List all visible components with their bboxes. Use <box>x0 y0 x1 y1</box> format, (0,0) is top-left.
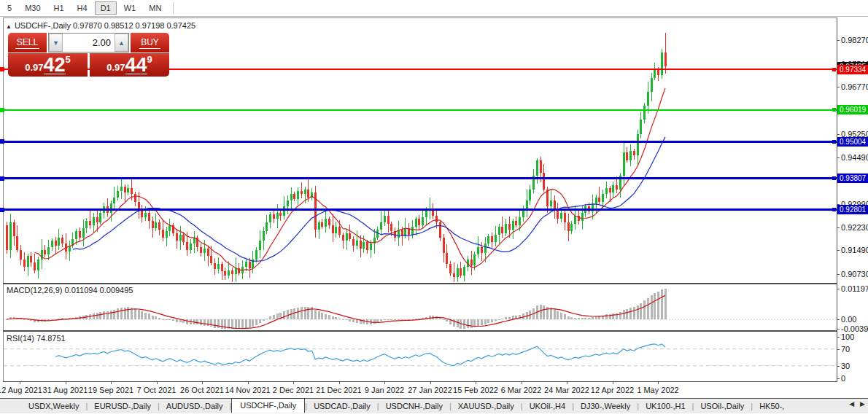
buy-button[interactable]: BUY <box>131 33 169 52</box>
chart-tab-EURUSD-Daily[interactable]: EURUSD-,Daily <box>88 400 158 412</box>
date-tick-mark <box>111 382 112 384</box>
object-anchor-icon: ▲ <box>6 23 12 30</box>
price-badge-0.93807: 0.93807 <box>837 174 868 183</box>
horizontal-line-object <box>4 109 837 111</box>
price-tick-mark <box>837 134 840 135</box>
date-tick-mark <box>202 382 203 384</box>
macd-indicator-label: MACD(12,26,9) 0.011094 0.009495 <box>7 286 133 295</box>
chart-symbol-label: USDCHF-,Daily <box>15 21 71 30</box>
rsi-tick-mark <box>837 378 840 379</box>
badge-handle <box>832 140 836 144</box>
date-tick-mark <box>567 382 567 384</box>
rsi-tick-label: 100 <box>841 332 854 341</box>
tab-scroll-arrows: ◀ ▶ <box>849 400 865 408</box>
chart-tab-XAUUSD-Daily[interactable]: XAUUSD-,Daily <box>452 400 521 412</box>
date-tick-mark <box>658 382 659 384</box>
chart-tab-USDX-Weekly[interactable]: USDX,Weekly <box>22 400 85 412</box>
price-tick-label: 0.98270 <box>841 36 868 44</box>
chart-tab-USDCNH-Daily[interactable]: USDCNH-,Daily <box>379 400 449 412</box>
chart-tab-UK100-H1[interactable]: UK100-,H1 <box>639 400 691 412</box>
price-tick-mark <box>837 40 840 41</box>
chart-tab-DJ30-Weekly[interactable]: DJ30-,Weekly <box>574 400 637 412</box>
macd-signal-line <box>7 295 666 328</box>
chart-title: ▲USDCHF-,Daily 0.97870 0.98512 0.97198 0… <box>6 21 195 30</box>
bid-pip-digit: 5 <box>66 54 71 65</box>
badge-handle <box>832 68 836 71</box>
chart-tab-USDCAD-Daily[interactable]: USDCAD-,Daily <box>307 400 377 412</box>
line-edge-marker <box>0 108 4 112</box>
bid-price-box[interactable]: 0.97425 <box>8 53 88 77</box>
date-label: 26 Oct 2021 <box>180 386 224 394</box>
date-tick-mark <box>613 382 613 384</box>
tab-scroll-left-icon[interactable]: ◀ <box>849 400 854 408</box>
badge-handle <box>832 208 836 211</box>
date-tick-mark <box>339 382 340 384</box>
macd-tick-label: 0.00 <box>841 315 856 324</box>
rsi-tick-mark <box>837 337 840 338</box>
date-tick-mark <box>248 382 249 384</box>
date-tick-mark <box>20 382 20 384</box>
date-tick-mark <box>522 382 522 384</box>
rsi-tick-label: 0 <box>841 374 845 383</box>
date-tick-mark <box>66 382 66 384</box>
rsi-tick-mark <box>837 349 840 350</box>
date-label: 15 Feb 2022 <box>453 386 498 394</box>
price-badge-0.95004: 0.95004 <box>837 137 868 147</box>
chart-tab-USOil-Daily[interactable]: USOil-,Daily <box>694 400 751 412</box>
date-label: 9 Jan 2022 <box>365 386 404 394</box>
volume-increase-button[interactable]: ▲ <box>115 34 128 52</box>
price-tick-mark <box>837 157 840 158</box>
date-label: 7 Oct 2021 <box>137 386 177 394</box>
price-tick-label: 0.94490 <box>841 153 868 162</box>
macd-tick-mark <box>837 289 840 289</box>
price-badge-0.96019: 0.96019 <box>837 105 868 114</box>
bid-prefix: 0.97 <box>25 62 43 73</box>
date-label: 21 Dec 2021 <box>316 386 361 394</box>
bid-big-digits: 42 <box>44 56 66 74</box>
line-edge-marker <box>0 176 4 181</box>
price-badge-0.97334: 0.97334 <box>837 65 868 74</box>
macd-histogram <box>6 289 667 329</box>
date-label: 1 May 2022 <box>637 386 678 394</box>
price-tick-mark <box>837 227 840 228</box>
rsi-tick-label: 30 <box>841 362 850 370</box>
rsi-tick-label: 70 <box>841 345 850 354</box>
volume-stepper: ▼ 2.00 ▲ <box>48 33 129 52</box>
date-tick-mark <box>384 382 385 384</box>
date-label: 31 Aug 2021 <box>43 386 88 394</box>
rsi-tick-mark <box>837 366 840 367</box>
rsi-indicator-label: RSI(14) 74.8751 <box>7 334 66 343</box>
badge-handle <box>832 176 836 180</box>
sell-button[interactable]: SELL <box>8 33 47 52</box>
volume-decrease-button[interactable]: ▼ <box>49 34 63 52</box>
rsi-line <box>55 344 665 366</box>
chart-ohlc-values: 0.97870 0.98512 0.97198 0.97425 <box>73 21 195 30</box>
price-badge-0.92801: 0.92801 <box>837 205 868 214</box>
date-tick-mark <box>293 382 294 384</box>
horizontal-line-object <box>4 177 837 179</box>
ask-price-box[interactable]: 0.97449 <box>90 53 169 77</box>
horizontal-line-object <box>4 208 837 211</box>
line-edge-marker <box>0 208 4 212</box>
macd-tick-mark <box>837 329 840 330</box>
date-label: 19 Sep 2021 <box>88 386 133 394</box>
badge-handle <box>832 108 836 112</box>
date-label: 14 Nov 2021 <box>225 386 270 394</box>
price-tick-mark <box>837 274 840 275</box>
symbol-tab-bar: USDX,Weekly|EURUSD-,Daily|AUDUSD-,Daily|… <box>0 398 868 413</box>
tab-scroll-right-icon[interactable]: ▶ <box>860 400 865 408</box>
price-tick-label: 0.91490 <box>841 246 868 254</box>
horizontal-line-object <box>4 141 837 143</box>
price-tick-mark <box>837 87 840 87</box>
line-edge-marker <box>0 67 4 71</box>
date-tick-mark <box>157 382 158 384</box>
chart-tab-AUDUSD-Daily[interactable]: AUDUSD-,Daily <box>160 400 230 412</box>
chart-tab-HK50[interactable]: HK50-, <box>753 400 791 412</box>
chart-tab-UKOil-H4[interactable]: UKOil-,H4 <box>523 400 573 412</box>
date-label: 27 Jan 2022 <box>408 386 452 394</box>
price-tick-mark <box>837 250 840 251</box>
chart-tab-USDCHF-Daily[interactable]: USDCHF-,Daily <box>231 398 305 413</box>
macd-tick-mark <box>837 319 840 320</box>
volume-input[interactable]: 2.00 <box>63 34 115 52</box>
ask-prefix: 0.97 <box>106 62 125 73</box>
